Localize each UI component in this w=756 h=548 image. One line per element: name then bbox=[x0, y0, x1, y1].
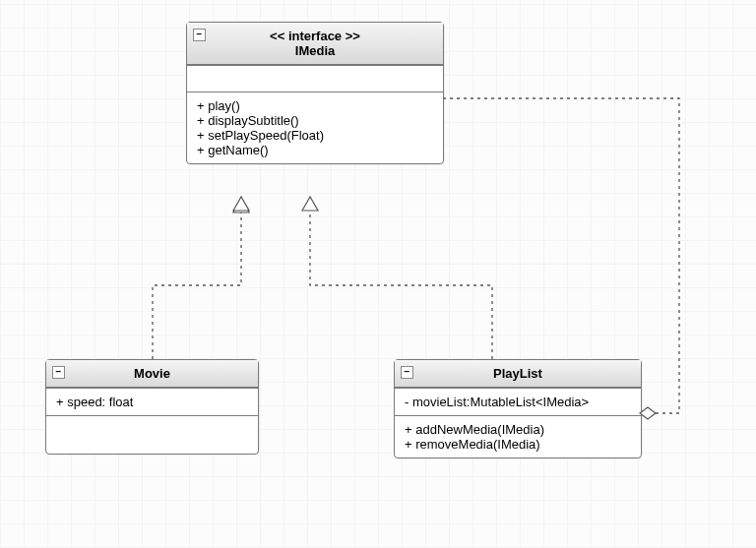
collapse-icon[interactable]: − bbox=[52, 366, 65, 379]
class-name: PlayList bbox=[403, 366, 633, 381]
attributes-section: - movieList:MutableList<IMedia> bbox=[395, 388, 641, 415]
collapse-icon[interactable]: − bbox=[193, 29, 206, 41]
method: + addNewMedia(IMedia) bbox=[405, 422, 631, 437]
methods-section: + addNewMedia(IMedia) + removeMedia(IMed… bbox=[395, 415, 641, 457]
class-name: Movie bbox=[54, 366, 250, 381]
method: + setPlaySpeed(Float) bbox=[197, 128, 433, 143]
attributes-section bbox=[187, 65, 443, 91]
edge-playlist-implements-imedia bbox=[302, 197, 492, 359]
class-playlist[interactable]: − PlayList - movieList:MutableList<IMedi… bbox=[394, 359, 642, 458]
class-header: − PlayList bbox=[395, 360, 641, 388]
collapse-icon[interactable]: − bbox=[401, 366, 413, 379]
class-name: IMedia bbox=[195, 43, 435, 58]
class-header: − Movie bbox=[46, 360, 258, 388]
method: + displaySubtitle() bbox=[197, 113, 433, 128]
uml-canvas: − << interface >> IMedia + play() + disp… bbox=[0, 0, 756, 548]
attribute: + speed: float bbox=[56, 395, 248, 409]
method: + play() bbox=[197, 98, 433, 113]
methods-section: + play() + displaySubtitle() + setPlaySp… bbox=[187, 91, 443, 163]
class-imedia[interactable]: − << interface >> IMedia + play() + disp… bbox=[186, 22, 444, 164]
method: + removeMedia(IMedia) bbox=[405, 437, 631, 452]
stereotype-label: << interface >> bbox=[195, 29, 435, 43]
attribute: - movieList:MutableList<IMedia> bbox=[405, 395, 631, 409]
methods-section bbox=[46, 415, 258, 454]
edge-movie-implements-imedia bbox=[153, 197, 249, 359]
class-header: − << interface >> IMedia bbox=[187, 23, 443, 65]
method: + getName() bbox=[197, 143, 433, 157]
class-movie[interactable]: − Movie + speed: float bbox=[45, 359, 259, 455]
attributes-section: + speed: float bbox=[46, 388, 258, 415]
